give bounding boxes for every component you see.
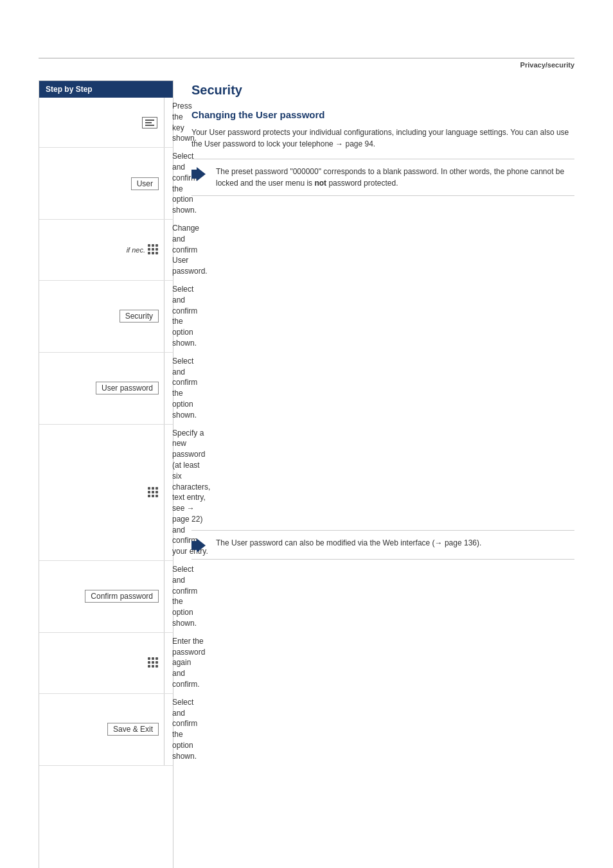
step-left-3: if nec. — [39, 220, 164, 280]
panel-wrapper: Step by Step Press the key shown. — [39, 80, 173, 868]
table-row: Specify a new password (at least six cha… — [39, 424, 173, 561]
menu-line-3 — [145, 125, 154, 126]
arrow-icon — [191, 167, 206, 181]
svg-marker-3 — [197, 538, 206, 553]
menu-item-user: User — [131, 177, 159, 190]
section-title: Security — [191, 83, 574, 98]
keyboard-icon-confirm-pw — [148, 657, 159, 668]
menu-line-2 — [145, 122, 152, 123]
panel-body: Press the key shown. User Select and con… — [39, 98, 173, 868]
table-row: User password Select and confirm the opt… — [39, 352, 173, 424]
menu-item-security: Security — [120, 310, 159, 323]
keyboard-icon-new-pw — [148, 487, 159, 498]
note-arrow-icon-2 — [191, 537, 209, 553]
arrow-icon-2 — [191, 538, 206, 553]
note-box-1: The preset password "000000" corresponds… — [191, 159, 574, 196]
menu-item-confirmpassword: Confirm password — [85, 590, 159, 603]
step-left-9: Save & Exit — [39, 694, 164, 765]
main-right: Security Changing the User password Your… — [173, 80, 574, 868]
note-text-2: The User password can also be modified v… — [216, 537, 481, 549]
svg-rect-2 — [191, 541, 197, 550]
step-left-6 — [39, 425, 164, 561]
main-layout: Step by Step Press the key shown. — [39, 80, 574, 868]
step-by-step-panel: Step by Step Press the key shown. — [39, 80, 173, 868]
table-row: Confirm password Select and confirm the … — [39, 560, 173, 632]
page-container: Privacy/security Step by Step — [0, 0, 613, 868]
step-left-2: User — [39, 148, 164, 219]
header-topic: Privacy/security — [39, 61, 574, 69]
note-text-1: The preset password "000000" corresponds… — [216, 166, 574, 189]
table-row: Enter the password again and confirm. — [39, 632, 173, 693]
menu-key-icon — [142, 117, 157, 128]
header-rule — [39, 58, 574, 58]
panel-title: Step by Step — [39, 81, 173, 98]
note-box-2-spacer: The User password can also be modified v… — [191, 530, 574, 560]
step-left-7: Confirm password — [39, 561, 164, 632]
step-left-4: Security — [39, 281, 164, 352]
svg-marker-1 — [197, 167, 206, 181]
step-left-8 — [39, 633, 164, 693]
note-arrow-icon-1 — [191, 166, 209, 181]
keyboard-icon-small — [148, 244, 159, 255]
table-row: Press the key shown. — [39, 98, 173, 147]
table-row: if nec. — [39, 219, 173, 280]
panel-filler — [39, 765, 173, 868]
menu-line-1 — [145, 120, 154, 121]
step-left-5: User password — [39, 353, 164, 424]
svg-rect-0 — [191, 170, 197, 179]
menu-item-userpassword: User password — [96, 382, 159, 394]
table-row: Security Select and confirm the option s… — [39, 280, 173, 352]
table-row: User Select and confirm the option shown… — [39, 147, 173, 219]
subsection-title: Changing the User password — [191, 109, 574, 120]
intro-text: Your User password protects your individ… — [191, 127, 574, 150]
table-row: Save & Exit Select and confirm the optio… — [39, 693, 173, 765]
step-left-1 — [39, 98, 164, 147]
menu-item-saveexit: Save & Exit — [107, 723, 159, 736]
note-box-2: The User password can also be modified v… — [191, 530, 574, 560]
